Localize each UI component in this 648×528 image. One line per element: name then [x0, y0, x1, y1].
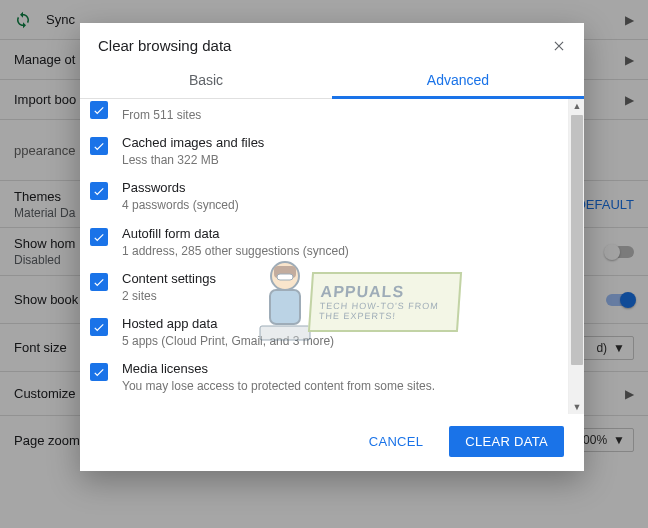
scroll-down-icon[interactable]: ▼ [569, 400, 584, 414]
list-item: Media licenses You may lose access to pr… [80, 355, 568, 400]
checkbox-hosted-app[interactable] [90, 318, 108, 336]
dialog-tabs: Basic Advanced [80, 62, 584, 99]
item-title: Cached images and files [122, 135, 264, 150]
scrollbar[interactable]: ▲ ▼ [568, 99, 584, 414]
item-sub: 1 address, 285 other suggestions (synced… [122, 243, 349, 259]
item-sub: From 511 sites [122, 107, 201, 123]
checkbox-autofill[interactable] [90, 228, 108, 246]
tab-basic[interactable]: Basic [80, 62, 332, 98]
check-icon [92, 230, 106, 244]
clear-data-list: From 511 sites Cached images and files L… [80, 99, 568, 414]
list-item: Hosted app data 5 apps (Cloud Print, Gma… [80, 310, 568, 355]
check-icon [92, 139, 106, 153]
list-item: Content settings 2 sites [80, 265, 568, 310]
item-title: Media licenses [122, 361, 435, 376]
item-sub: 2 sites [122, 288, 216, 304]
list-item: Cached images and files Less than 322 MB [80, 129, 568, 174]
item-sub: 4 passwords (synced) [122, 197, 239, 213]
item-sub: 5 apps (Cloud Print, Gmail, and 3 more) [122, 333, 334, 349]
tab-advanced[interactable]: Advanced [332, 62, 584, 98]
checkbox-media-licenses[interactable] [90, 363, 108, 381]
item-title: Autofill form data [122, 226, 349, 241]
cancel-button[interactable]: CANCEL [353, 426, 440, 457]
check-icon [92, 320, 106, 334]
dialog-title: Clear browsing data [98, 37, 231, 54]
scroll-up-icon[interactable]: ▲ [569, 99, 584, 113]
check-icon [92, 103, 106, 117]
item-sub: You may lose access to protected content… [122, 378, 435, 394]
check-icon [92, 365, 106, 379]
item-title: Hosted app data [122, 316, 334, 331]
checkbox-cached[interactable] [90, 137, 108, 155]
scroll-thumb[interactable] [571, 115, 583, 365]
clear-browsing-data-dialog: Clear browsing data Basic Advanced From … [80, 23, 584, 471]
list-item: Passwords 4 passwords (synced) [80, 174, 568, 219]
checkbox-cookies[interactable] [90, 101, 108, 119]
item-title: Passwords [122, 180, 239, 195]
check-icon [92, 184, 106, 198]
clear-data-button[interactable]: CLEAR DATA [449, 426, 564, 457]
list-item: From 511 sites [80, 105, 568, 129]
checkbox-passwords[interactable] [90, 182, 108, 200]
close-icon[interactable] [552, 39, 566, 53]
item-title: Content settings [122, 271, 216, 286]
item-sub: Less than 322 MB [122, 152, 264, 168]
checkbox-content-settings[interactable] [90, 273, 108, 291]
list-item: Autofill form data 1 address, 285 other … [80, 220, 568, 265]
check-icon [92, 275, 106, 289]
